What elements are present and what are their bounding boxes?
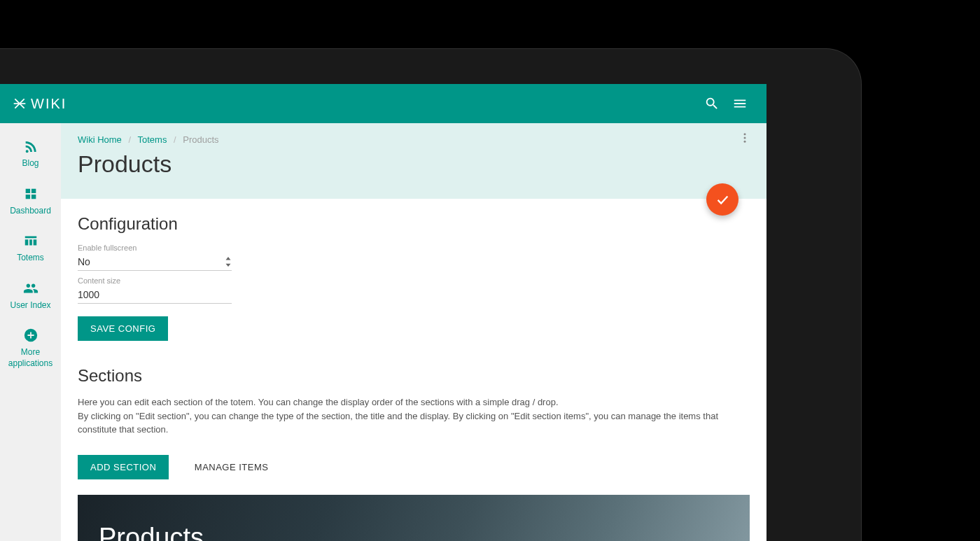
config-heading: Configuration xyxy=(78,214,750,234)
sidebar-item-more[interactable]: More applications xyxy=(0,319,61,377)
size-input[interactable] xyxy=(78,286,232,304)
fullscreen-select[interactable]: No xyxy=(78,253,232,271)
breadcrumb-home[interactable]: Wiki Home xyxy=(78,134,122,145)
fullscreen-label: Enable fullscreen xyxy=(78,244,232,252)
sidebar-item-totems[interactable]: Totems xyxy=(0,225,61,272)
plus-circle-icon xyxy=(23,328,38,343)
sidebar: Blog Dashboard Totems User Index More ap… xyxy=(0,123,61,541)
field-content-size: Content size xyxy=(78,276,232,304)
search-icon xyxy=(704,96,720,111)
section-preview-card[interactable]: Products XWiki Collaboration Suite is ou… xyxy=(78,495,750,542)
grid-icon xyxy=(23,186,38,202)
page-title: Products xyxy=(78,150,750,178)
brand-name: WIKI xyxy=(31,96,66,112)
manage-items-button[interactable]: MANAGE ITEMS xyxy=(182,455,281,479)
breadcrumb-parent[interactable]: Totems xyxy=(137,134,167,145)
sidebar-item-label: Dashboard xyxy=(10,206,51,217)
page-header: Wiki Home / Totems / Products Products xyxy=(61,123,766,199)
sidebar-item-blog[interactable]: Blog xyxy=(0,130,61,178)
breadcrumb-sep: / xyxy=(174,134,176,145)
size-label: Content size xyxy=(78,276,232,285)
preview-title: Products xyxy=(99,523,729,542)
sidebar-item-dashboard[interactable]: Dashboard xyxy=(0,178,61,225)
unfold-icon xyxy=(225,257,232,267)
hamburger-icon xyxy=(732,96,748,111)
users-icon xyxy=(23,281,38,296)
content: Configuration Enable fullscreen No Conte… xyxy=(61,199,766,541)
search-button[interactable] xyxy=(698,90,726,118)
table-icon xyxy=(23,233,38,248)
sections-help: Here you can edit each section of the to… xyxy=(78,395,750,437)
confirm-fab[interactable] xyxy=(706,183,738,216)
brand-logo[interactable]: WIKI xyxy=(13,96,66,112)
check-icon xyxy=(715,192,730,207)
sidebar-item-label: Totems xyxy=(17,253,44,264)
field-fullscreen: Enable fullscreen No xyxy=(78,244,232,271)
sidebar-item-label: User Index xyxy=(10,300,50,311)
svg-point-4 xyxy=(744,137,746,139)
sections-heading: Sections xyxy=(78,366,750,386)
dots-vertical-icon xyxy=(738,132,751,144)
main-area: Wiki Home / Totems / Products Products xyxy=(61,123,766,541)
menu-button[interactable] xyxy=(726,90,754,118)
brand-mark-icon xyxy=(13,97,27,111)
top-bar: WIKI xyxy=(0,84,766,123)
add-section-button[interactable]: ADD SECTION xyxy=(78,455,169,479)
page-actions-menu[interactable] xyxy=(738,132,751,147)
svg-point-5 xyxy=(744,141,746,143)
svg-point-3 xyxy=(744,133,746,135)
sidebar-item-label: More applications xyxy=(3,347,58,369)
rss-icon xyxy=(23,139,38,154)
sidebar-item-label: Blog xyxy=(22,158,38,169)
save-config-button[interactable]: SAVE CONFIG xyxy=(78,316,168,341)
breadcrumb-current: Products xyxy=(183,134,218,145)
fullscreen-value: No xyxy=(78,256,90,267)
breadcrumb: Wiki Home / Totems / Products xyxy=(78,134,750,145)
sidebar-item-user-index[interactable]: User Index xyxy=(0,272,61,320)
device-frame: WIKI Blog Dashboard xyxy=(0,49,861,541)
screen: WIKI Blog Dashboard xyxy=(0,84,766,541)
breadcrumb-sep: / xyxy=(128,134,131,145)
cube-icon xyxy=(638,537,722,542)
